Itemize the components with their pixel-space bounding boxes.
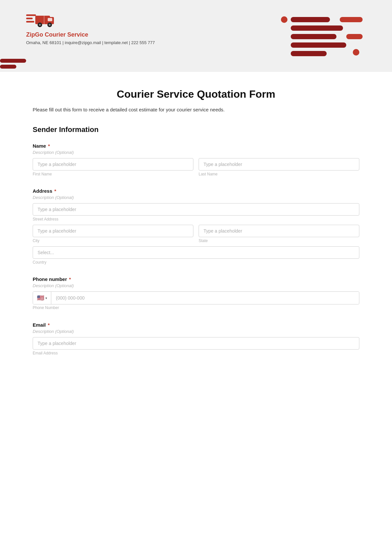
street-address-sublabel: Street Address bbox=[33, 217, 359, 221]
svg-rect-1 bbox=[26, 18, 33, 19]
state-sublabel: State bbox=[199, 238, 359, 243]
form-title: Courier Service Quotation Form bbox=[33, 88, 359, 100]
name-input-row: First Name Last Name bbox=[33, 158, 359, 176]
phone-flag-button[interactable]: 🇺🇸 ▾ bbox=[33, 292, 51, 304]
form-subtitle: Please fill out this form to receive a d… bbox=[33, 107, 359, 112]
decorative-graphic bbox=[274, 10, 366, 62]
phone-description: Description (Optional) bbox=[33, 283, 359, 288]
phone-input-row: 🇺🇸 ▾ bbox=[33, 291, 359, 304]
first-name-input[interactable] bbox=[33, 158, 193, 171]
svg-point-11 bbox=[281, 16, 287, 23]
chevron-down-icon: ▾ bbox=[45, 296, 47, 300]
flag-emoji: 🇺🇸 bbox=[37, 294, 44, 302]
company-info: Omaha, NE 68101 | inquire@zipgo.mail | t… bbox=[26, 40, 155, 45]
city-wrap: City bbox=[33, 225, 193, 243]
svg-rect-16 bbox=[291, 42, 346, 48]
company-name: ZipGo Courier Service bbox=[26, 31, 155, 38]
svg-rect-18 bbox=[340, 17, 363, 22]
header-bottom-accent bbox=[0, 59, 39, 72]
state-wrap: State bbox=[199, 225, 359, 243]
email-field-group: Email * Description (Optional) Email Add… bbox=[33, 322, 359, 355]
last-name-input[interactable] bbox=[199, 158, 359, 171]
phone-label: Phone number * bbox=[33, 276, 359, 282]
first-name-sublabel: First Name bbox=[33, 172, 193, 176]
svg-rect-20 bbox=[0, 59, 26, 63]
email-sublabel: Email Address bbox=[33, 351, 359, 355]
country-sublabel: Country bbox=[33, 260, 359, 265]
logo-area: ZipGo Courier Service Omaha, NE 68101 | … bbox=[26, 10, 155, 45]
svg-rect-15 bbox=[291, 34, 336, 39]
last-name-wrap: Last Name bbox=[199, 158, 359, 176]
email-description: Description (Optional) bbox=[33, 329, 359, 334]
first-name-wrap: First Name bbox=[33, 158, 193, 176]
svg-rect-17 bbox=[291, 51, 327, 56]
phone-field-group: Phone number * Description (Optional) 🇺🇸… bbox=[33, 276, 359, 310]
phone-sublabel: Phone Number bbox=[33, 305, 59, 310]
svg-rect-21 bbox=[0, 65, 16, 69]
svg-rect-0 bbox=[26, 14, 36, 16]
address-description: Description (Optional) bbox=[33, 195, 359, 200]
svg-point-7 bbox=[39, 24, 41, 26]
address-field-group: Address * Description (Optional) Street … bbox=[33, 188, 359, 265]
svg-point-9 bbox=[49, 24, 51, 26]
country-select[interactable]: Select... United States Canada United Ki… bbox=[33, 246, 359, 259]
city-sublabel: City bbox=[33, 238, 193, 243]
sender-section-title: Sender Information bbox=[33, 125, 359, 134]
svg-rect-13 bbox=[291, 17, 330, 22]
page-header: ZipGo Courier Service Omaha, NE 68101 | … bbox=[0, 0, 392, 72]
svg-rect-5 bbox=[48, 18, 52, 21]
city-state-row: City State bbox=[33, 225, 359, 243]
main-content: Courier Service Quotation Form Please fi… bbox=[0, 72, 392, 393]
svg-rect-2 bbox=[26, 21, 34, 23]
company-logo-icon bbox=[26, 10, 56, 29]
street-address-input[interactable] bbox=[33, 203, 359, 216]
street-address-wrap: Street Address bbox=[33, 203, 359, 221]
city-input[interactable] bbox=[33, 225, 193, 237]
email-input-wrap: Email Address bbox=[33, 337, 359, 355]
email-input[interactable] bbox=[33, 337, 359, 350]
svg-rect-19 bbox=[346, 34, 363, 39]
svg-rect-14 bbox=[291, 25, 343, 31]
address-label: Address * bbox=[33, 188, 359, 194]
svg-point-12 bbox=[353, 49, 359, 56]
name-label: Name * bbox=[33, 143, 359, 149]
name-field-group: Name * Description (Optional) First Name… bbox=[33, 143, 359, 176]
country-wrap: Select... United States Canada United Ki… bbox=[33, 246, 359, 265]
state-input[interactable] bbox=[199, 225, 359, 237]
name-description: Description (Optional) bbox=[33, 150, 359, 155]
last-name-sublabel: Last Name bbox=[199, 172, 359, 176]
phone-number-input[interactable] bbox=[51, 292, 359, 304]
email-label: Email * bbox=[33, 322, 359, 328]
